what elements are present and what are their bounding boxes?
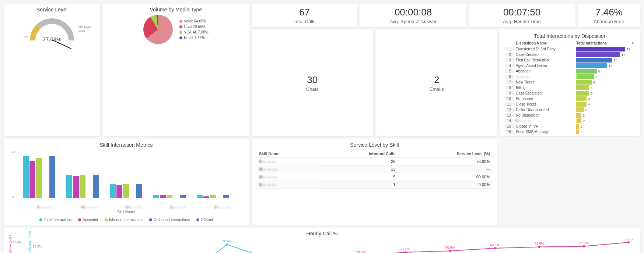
kpi-total-calls: 67 Total Calls [252,4,357,27]
bar [49,156,55,198]
svg-text:100.0%: 100.0% [11,240,22,244]
pie-legend-item: Voice 64.60% [179,18,208,24]
disposition-row[interactable]: 3First Call Resolution14 [505,57,636,63]
kpi-asa: 00:00:08 Avg. Speed of Answer [360,4,466,27]
bar [80,175,85,198]
bar-group [23,156,55,198]
volume-media-card: Volume by Media Type Voice 64.60%Chat 26… [103,4,249,136]
bar [160,195,166,198]
hourly-card: Hourly Call % Cumulative total % % of ca… [4,228,640,253]
bar [36,158,42,198]
bar [66,175,72,198]
service-level-title: Service Level [8,7,96,13]
disposition-row[interactable]: 10Processed4 [505,96,636,101]
bar [223,195,229,198]
bar-group [66,175,99,198]
kpi-emails: 2 Emails [376,30,498,136]
bar [93,175,99,198]
disposition-row[interactable]: 6— — —7 [505,74,636,79]
bar [180,195,186,198]
disposition-row[interactable]: 2Case Created17 [505,52,636,57]
bar-group [110,184,142,198]
skill-metrics-card: Skill Interaction Metrics 20 0 B— — —M— … [4,139,249,225]
legend-item: Total Interactions [39,218,72,222]
service-level-card: Service Level 0% 90% Target 100% 27.08% [4,4,100,136]
table-row[interactable]: M— — —560.00% [256,173,493,181]
kpi-aht: 00:07:50 Avg. Handle Time [469,4,575,27]
disposition-row[interactable]: 12Caller Disconnected3 [505,107,636,113]
volume-legend: Voice 64.60%Chat 26.55%VISUAL 7.08%Email… [179,18,208,40]
svg-text:77.6%: 77.6% [401,247,410,251]
dispositions-card: Total Interactions by Disposition Dispos… [500,30,640,136]
pie-legend-item: Email 1.77% [179,35,208,40]
sls-title: Service Level by Skill [256,142,493,148]
legend-item: Accepted [78,218,98,222]
pie-legend-item: VISUAL 7.08% [179,29,208,35]
svg-text:70.1%: 70.1% [356,250,366,253]
svg-point-48 [405,251,407,253]
disposition-row[interactable]: 5Abandon8 [505,68,636,74]
disposition-row[interactable]: 8Billing5 [505,85,636,90]
bar [153,195,159,198]
volume-title: Volume by Media Type [108,7,244,13]
bar [210,195,216,198]
disposition-row[interactable]: 14E— — —2 [505,118,636,124]
bar [123,184,129,198]
hourly-chart: Cumulative total % % of calls each hour … [8,239,636,253]
table-row[interactable]: M— — —13— [256,165,493,173]
bar [197,195,203,198]
bar [116,185,122,198]
bar-group [197,195,229,198]
chevron-down-icon[interactable]: ▾ [632,41,636,45]
service-level-gauge: 0% 90% Target 100% 27.08% [26,15,78,44]
disposition-row[interactable]: 13No Disposition2 [505,113,636,118]
svg-point-63 [538,246,540,248]
kpi-chats: 30 Chats [252,30,373,136]
disposition-row[interactable]: 7New Ticket6 [505,79,636,85]
hourly-title: Hourly Call % [8,231,636,236]
volume-pie [143,15,173,44]
pie-legend-item: Chat 26.55% [179,24,208,29]
svg-text:91.0%: 91.0% [579,241,589,245]
bar [23,156,29,198]
service-level-value: 27.08% [26,36,78,42]
sls-table: Skill NameInbound CallsService Level (%)… [256,150,493,189]
disposition-row[interactable]: 9Case Escalated5 [505,90,636,96]
bar [29,161,35,198]
legend-item: Outbound Interactions [149,218,190,222]
svg-text:80.6%: 80.6% [445,246,455,249]
bar-group [153,195,186,198]
svg-point-27 [226,243,228,246]
dispositions-body: 1Transferred To 3rd Party192Case Created… [505,46,636,135]
svg-text:20.0%: 20.0% [32,245,42,248]
disposition-row[interactable]: 16Send SMS Message1 [505,129,636,135]
svg-point-73 [627,241,630,243]
disposition-row[interactable]: 1Transferred To 3rd Party19 [505,46,636,52]
svg-text:20.9%: 20.9% [223,239,232,243]
disposition-row[interactable]: 4Agent Assist Demo12 [505,63,636,68]
legend-item: Offered [196,218,213,222]
disposition-row[interactable]: 11Close Ticket4 [505,101,636,107]
table-row[interactable]: B— — —10.00% [256,181,493,189]
skill-metrics-title: Skill Interaction Metrics [8,142,244,148]
bar [203,196,209,198]
svg-point-58 [494,247,496,249]
svg-text:100.0%: 100.0% [623,239,634,241]
kpi-abandon: 7.46% Abandon Rate [578,4,640,27]
svg-text:86.6%: 86.6% [490,243,500,247]
sls-table-card: Service Level by Skill Skill NameInbound… [252,139,497,225]
dispositions-title: Total Interactions by Disposition [505,33,636,39]
svg-point-53 [449,250,451,252]
bar [73,176,79,198]
table-row[interactable]: B— — —2676.92% [256,158,493,165]
bar [136,184,142,198]
svg-point-68 [583,245,585,247]
disposition-row[interactable]: 15Closed In IVR1 [505,124,636,129]
bar [110,184,116,198]
legend-item: Inbound Interactions [105,218,143,222]
svg-text:89.6%: 89.6% [535,242,544,245]
bar [167,195,172,198]
